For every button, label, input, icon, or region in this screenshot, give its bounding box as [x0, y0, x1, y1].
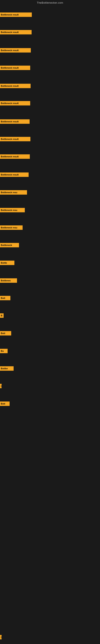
- site-title: TheBottlenecker.com: [0, 0, 100, 5]
- bottleneck-result-bar: Bottleneck result: [0, 48, 31, 52]
- bar-row: Bottleneck: [0, 243, 19, 247]
- bottleneck-result-bar: Bottler: [0, 366, 14, 371]
- bar-row: Bott: [0, 331, 11, 336]
- bottleneck-result-bar: |: [0, 635, 1, 639]
- bar-row: Bottleneck result: [0, 101, 30, 106]
- bottleneck-result-bar: Bottle: [0, 260, 14, 265]
- bar-row: Bottler: [0, 366, 14, 371]
- bottleneck-result-bar: Bottleneck result: [0, 30, 32, 34]
- bottleneck-result-bar: Bottleneck result: [0, 66, 30, 70]
- bottleneck-result-bar: Bo: [0, 349, 8, 353]
- bar-row: Bottleneck result: [0, 12, 32, 17]
- bar-row: Bottleneck result: [0, 154, 30, 159]
- bar-row: Bottleneck resu: [0, 190, 27, 194]
- bottleneck-result-bar: Bottleneck result: [0, 119, 30, 124]
- bottleneck-result-bar: Bott: [0, 402, 10, 406]
- bar-row: Bott: [0, 402, 10, 406]
- bar-row: Bottlenec: [0, 278, 17, 283]
- bottleneck-result-bar: Bottleneck result: [0, 137, 30, 141]
- bar-row: Bottleneck result: [0, 119, 30, 124]
- bar-row: B: [0, 313, 3, 318]
- bar-row: Bott: [0, 296, 10, 300]
- bar-row: Bottleneck result: [0, 48, 31, 52]
- bottleneck-result-bar: Bott: [0, 331, 11, 336]
- bottleneck-result-bar: Bottleneck: [0, 243, 19, 247]
- bar-row: Bottleneck result: [0, 66, 30, 70]
- bar-row: |: [0, 635, 1, 639]
- bottleneck-result-bar: Bottleneck result: [0, 101, 30, 106]
- bottleneck-result-bar: |: [0, 384, 1, 388]
- bottleneck-result-bar: Bottleneck result: [0, 172, 29, 177]
- bar-row: Bottleneck result: [0, 172, 29, 177]
- bar-row: Bo: [0, 349, 8, 353]
- bottleneck-result-bar: Bottleneck resu: [0, 208, 25, 212]
- bottleneck-result-bar: Bottleneck result: [0, 12, 32, 17]
- bar-row: Bottle: [0, 260, 14, 265]
- bottleneck-result-bar: Bott: [0, 296, 10, 300]
- bar-row: Bottleneck result: [0, 84, 31, 88]
- bar-row: Bottleneck resu: [0, 226, 23, 230]
- bar-row: |: [0, 384, 1, 388]
- bar-row: Bottleneck result: [0, 30, 32, 34]
- bar-row: Bottleneck result: [0, 137, 30, 141]
- bottleneck-result-bar: Bottleneck result: [0, 154, 30, 159]
- bar-row: Bottleneck resu: [0, 208, 25, 212]
- bottleneck-result-bar: Bottleneck result: [0, 84, 31, 88]
- bottleneck-result-bar: Bottleneck resu: [0, 190, 27, 194]
- bottleneck-result-bar: Bottleneck resu: [0, 226, 23, 230]
- bottleneck-result-bar: B: [0, 313, 3, 318]
- bottleneck-result-bar: Bottlenec: [0, 278, 17, 283]
